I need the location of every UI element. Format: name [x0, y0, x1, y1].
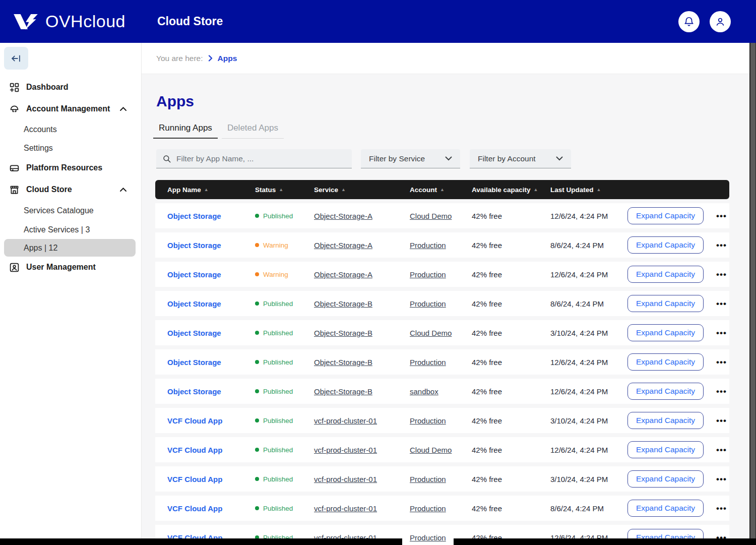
expand-capacity-button[interactable]: Expand Capacity — [627, 412, 704, 429]
sidebar-item-services-catalogue[interactable]: Services Catalogue — [0, 201, 141, 221]
column-header-account[interactable]: Account▲ — [410, 186, 472, 194]
sidebar-item-user-management[interactable]: User Management — [0, 257, 141, 278]
table-body: Object Storage Published Object-Storage-… — [155, 203, 729, 545]
status-cell: Published — [255, 212, 314, 220]
account-link[interactable]: Production — [410, 533, 446, 542]
available-capacity-value: 42% free — [472, 446, 550, 454]
sort-asc-icon: ▲ — [204, 188, 209, 192]
sidebar-item-label: User Management — [26, 263, 96, 272]
service-link[interactable]: vcf-prod-cluster-01 — [314, 504, 377, 513]
sidebar-item-platform-resources[interactable]: Platform Resources — [0, 157, 141, 178]
sidebar-item-settings[interactable]: Settings — [0, 139, 141, 157]
breadcrumb-current-apps[interactable]: Apps — [218, 54, 237, 63]
column-header-status[interactable]: Status▲ — [255, 186, 314, 194]
chevron-up-icon[interactable] — [119, 106, 127, 111]
app-name-link[interactable]: VCF Cloud App — [167, 504, 222, 513]
row-actions-menu-button[interactable]: ••• — [713, 504, 730, 513]
account-link[interactable]: Cloud Demo — [410, 212, 452, 220]
account-link[interactable]: Cloud Demo — [410, 329, 452, 337]
expand-capacity-button[interactable]: Expand Capacity — [627, 441, 704, 458]
notifications-button[interactable] — [678, 11, 700, 32]
app-name-filter[interactable] — [156, 149, 352, 168]
service-link[interactable]: Object-Storage-A — [314, 212, 372, 220]
app-name-link[interactable]: VCF Cloud App — [167, 416, 222, 425]
service-filter-dropdown[interactable]: Filter by Service — [361, 149, 460, 168]
column-header-service[interactable]: Service▲ — [314, 186, 410, 194]
table-row: VCF Cloud App Published vcf-prod-cluster… — [155, 466, 729, 492]
row-actions-menu-button[interactable]: ••• — [713, 475, 730, 483]
account-link[interactable]: Production — [410, 270, 446, 279]
service-link[interactable]: Object-Storage-A — [314, 270, 372, 279]
sidebar-item-dashboard[interactable]: Dashboard — [0, 77, 141, 98]
account-link[interactable]: Production — [410, 299, 446, 308]
status-cell: Published — [255, 505, 314, 512]
row-actions-menu-button[interactable]: ••• — [713, 387, 730, 396]
row-actions-menu-button[interactable]: ••• — [713, 270, 730, 279]
app-name-link[interactable]: Object Storage — [167, 329, 221, 337]
row-actions-menu-button[interactable]: ••• — [713, 299, 730, 308]
sidebar-item-active-services[interactable]: Active Services | 3 — [0, 221, 141, 239]
expand-capacity-button[interactable]: Expand Capacity — [627, 295, 704, 312]
expand-capacity-button[interactable]: Expand Capacity — [627, 383, 704, 400]
row-actions-menu-button[interactable]: ••• — [713, 329, 730, 337]
service-link[interactable]: vcf-prod-cluster-01 — [314, 446, 377, 454]
account-link[interactable]: Production — [410, 416, 446, 425]
status-dot — [255, 477, 259, 481]
vertical-scrollbar[interactable] — [749, 43, 756, 545]
expand-capacity-button[interactable]: Expand Capacity — [627, 324, 704, 341]
expand-capacity-button[interactable]: Expand Capacity — [627, 266, 704, 283]
row-actions-menu-button[interactable]: ••• — [713, 212, 730, 220]
row-actions-menu-button[interactable]: ••• — [713, 446, 730, 454]
column-header-last-updated[interactable]: Last Updated▲ — [550, 186, 627, 194]
app-name-link[interactable]: VCF Cloud App — [167, 475, 222, 483]
expand-capacity-button[interactable]: Expand Capacity — [627, 353, 704, 371]
column-header-app-name[interactable]: App Name▲ — [167, 186, 255, 194]
service-link[interactable]: Object-Storage-A — [314, 241, 372, 250]
status-dot — [255, 243, 259, 247]
sidebar-item-apps-selected[interactable]: Apps | 12 — [4, 239, 136, 257]
brand[interactable]: OVHcloud — [0, 11, 144, 33]
sidebar-collapse-button[interactable] — [4, 47, 28, 70]
service-link[interactable]: Object-Storage-B — [314, 387, 372, 396]
account-link[interactable]: Production — [410, 475, 446, 483]
account-link[interactable]: Production — [410, 504, 446, 513]
column-header-available-capacity[interactable]: Available capacity▲ — [472, 186, 550, 194]
chevron-up-icon[interactable] — [119, 187, 127, 192]
account-link[interactable]: Production — [410, 241, 446, 250]
service-link[interactable]: vcf-prod-cluster-01 — [314, 416, 377, 425]
sidebar-item-cloud-store[interactable]: Cloud Store — [0, 178, 141, 201]
row-actions-menu-button[interactable]: ••• — [713, 358, 730, 367]
sidebar-item-label: Cloud Store — [26, 185, 72, 194]
account-link[interactable]: sandbox — [410, 387, 438, 396]
service-link[interactable]: vcf-prod-cluster-01 — [314, 475, 377, 483]
status-label: Published — [263, 417, 293, 425]
account-link[interactable]: Cloud Demo — [410, 446, 452, 454]
row-actions-menu-button[interactable]: ••• — [713, 241, 730, 250]
service-link[interactable]: Object-Storage-B — [314, 358, 372, 367]
account-filter-dropdown[interactable]: Filter by Account — [470, 149, 571, 168]
service-link[interactable]: Object-Storage-B — [314, 329, 372, 337]
expand-capacity-button[interactable]: Expand Capacity — [627, 470, 704, 488]
app-name-link[interactable]: Object Storage — [167, 241, 221, 250]
cloud-store-icon — [9, 185, 20, 195]
app-name-link[interactable]: VCF Cloud App — [167, 446, 222, 454]
app-name-link[interactable]: Object Storage — [167, 358, 221, 367]
expand-capacity-button[interactable]: Expand Capacity — [627, 236, 704, 254]
user-account-button[interactable] — [710, 11, 731, 32]
service-link[interactable]: Object-Storage-B — [314, 299, 372, 308]
sidebar-item-account-management[interactable]: Account Management — [0, 98, 141, 120]
row-actions-menu-button[interactable]: ••• — [713, 416, 730, 425]
search-icon — [162, 154, 171, 163]
expand-capacity-button[interactable]: Expand Capacity — [627, 207, 704, 224]
tab-running-apps[interactable]: Running Apps — [153, 123, 218, 139]
sidebar-item-accounts[interactable]: Accounts — [0, 120, 141, 139]
tab-deleted-apps[interactable]: Deleted Apps — [222, 123, 284, 139]
status-label: Warning — [263, 271, 288, 278]
account-link[interactable]: Production — [410, 358, 446, 367]
app-name-link[interactable]: Object Storage — [167, 270, 221, 279]
expand-capacity-button[interactable]: Expand Capacity — [627, 500, 704, 517]
app-name-link[interactable]: Object Storage — [167, 299, 221, 308]
app-name-link[interactable]: Object Storage — [167, 387, 221, 396]
app-name-link[interactable]: Object Storage — [167, 212, 221, 220]
app-name-filter-input[interactable] — [176, 154, 346, 163]
